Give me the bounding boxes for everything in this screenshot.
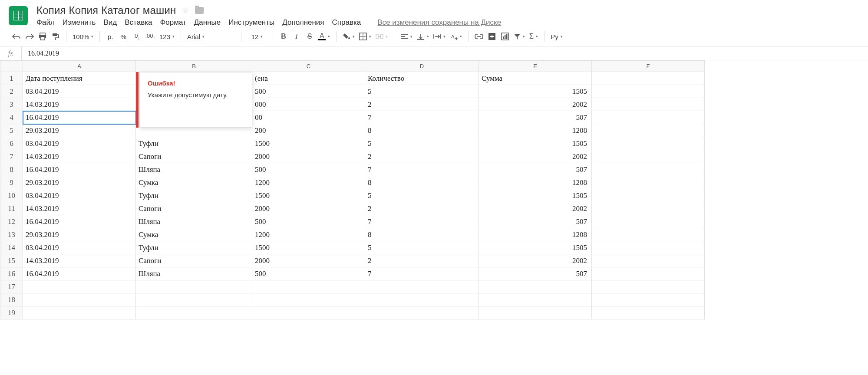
functions-dropdown[interactable]: Σ xyxy=(529,31,538,42)
vertical-align-dropdown[interactable] xyxy=(417,31,429,42)
cell[interactable]: 8 xyxy=(365,228,479,241)
cell[interactable]: Туфли xyxy=(136,189,252,202)
cell[interactable] xyxy=(365,280,479,293)
filter-dropdown[interactable] xyxy=(514,31,525,42)
cell[interactable]: 16.04.2019 xyxy=(23,215,136,228)
cell[interactable]: Шляпа xyxy=(136,267,252,280)
cell[interactable]: Сапоги xyxy=(136,254,252,267)
text-wrap-dropdown[interactable] xyxy=(433,31,446,42)
cell[interactable]: 5 xyxy=(365,137,479,150)
cell[interactable] xyxy=(592,254,705,267)
row-header[interactable]: 13 xyxy=(0,228,23,241)
cell[interactable]: Сумма xyxy=(479,72,592,85)
col-header-B[interactable]: B xyxy=(136,61,252,72)
cell[interactable] xyxy=(592,280,705,293)
cell[interactable]: 507 xyxy=(479,215,592,228)
cell[interactable] xyxy=(479,280,592,293)
cell[interactable]: 2002 xyxy=(479,254,592,267)
cell[interactable]: 16.04.2019 xyxy=(23,111,136,124)
cell[interactable]: Сумка xyxy=(136,176,252,189)
cell[interactable]: 500 xyxy=(252,163,365,176)
cell[interactable]: 7 xyxy=(365,215,479,228)
cell[interactable] xyxy=(23,293,136,306)
cell[interactable] xyxy=(136,280,252,293)
cell[interactable]: 8 xyxy=(365,124,479,137)
row-header[interactable]: 14 xyxy=(0,241,23,254)
cell[interactable]: 2 xyxy=(365,202,479,215)
cell[interactable]: (ена xyxy=(252,72,365,85)
cell[interactable]: 507 xyxy=(479,111,592,124)
cell[interactable] xyxy=(592,124,705,137)
menu-file[interactable]: Файл xyxy=(36,18,55,27)
row-header[interactable]: 17 xyxy=(0,280,23,293)
row-header[interactable]: 15 xyxy=(0,254,23,267)
cell[interactable] xyxy=(23,306,136,319)
cell[interactable]: 7 xyxy=(365,267,479,280)
cell[interactable] xyxy=(592,111,705,124)
cell[interactable]: Туфли xyxy=(136,137,252,150)
strikethrough-button[interactable]: S xyxy=(305,31,314,42)
merge-cells-dropdown[interactable] xyxy=(376,31,388,42)
cell[interactable] xyxy=(136,293,252,306)
cell[interactable]: 1505 xyxy=(479,189,592,202)
cell[interactable]: Количество xyxy=(365,72,479,85)
zoom-dropdown[interactable]: 100% xyxy=(73,31,93,42)
cell[interactable] xyxy=(592,150,705,163)
star-icon[interactable]: ☆ xyxy=(182,6,189,15)
cell[interactable]: Сапоги xyxy=(136,150,252,163)
cell[interactable] xyxy=(592,293,705,306)
formula-input[interactable]: 16.04.2019 xyxy=(22,49,59,57)
cell[interactable]: 1200 xyxy=(252,176,365,189)
cell[interactable]: 2 xyxy=(365,150,479,163)
cell[interactable] xyxy=(479,306,592,319)
col-header-F[interactable]: F xyxy=(592,61,705,72)
cell[interactable]: 03.04.2019 xyxy=(23,137,136,150)
font-size-dropdown[interactable]: 12 xyxy=(248,31,267,42)
cell[interactable] xyxy=(252,280,365,293)
cell[interactable] xyxy=(592,228,705,241)
row-header[interactable]: 7 xyxy=(0,150,23,163)
row-header[interactable]: 12 xyxy=(0,215,23,228)
cell[interactable]: 1500 xyxy=(252,241,365,254)
col-header-D[interactable]: D xyxy=(365,61,479,72)
cell[interactable]: 16.04.2019 xyxy=(23,163,136,176)
fill-color-dropdown[interactable] xyxy=(343,31,355,42)
doc-title[interactable]: Копия Копия Каталог машин xyxy=(36,4,176,16)
menu-help[interactable]: Справка xyxy=(332,18,361,27)
decrease-decimals-icon[interactable]: .0↓ xyxy=(132,31,141,42)
row-header[interactable]: 19 xyxy=(0,306,23,319)
cell[interactable]: 000 xyxy=(252,98,365,111)
bold-button[interactable]: B xyxy=(279,31,288,42)
col-header-C[interactable]: C xyxy=(252,61,365,72)
italic-button[interactable]: I xyxy=(292,31,301,42)
cell[interactable]: 1208 xyxy=(479,228,592,241)
save-status[interactable]: Все изменения сохранены на Диске xyxy=(377,18,501,27)
borders-dropdown[interactable] xyxy=(359,31,371,42)
redo-icon[interactable] xyxy=(25,31,34,42)
row-header[interactable]: 8 xyxy=(0,163,23,176)
cell[interactable]: 1505 xyxy=(479,85,592,98)
cell[interactable]: 2002 xyxy=(479,98,592,111)
input-language-dropdown[interactable]: Ру xyxy=(551,31,563,42)
row-header[interactable]: 1 xyxy=(0,72,23,85)
row-header[interactable]: 4 xyxy=(0,111,23,124)
cell[interactable]: 14.03.2019 xyxy=(23,98,136,111)
cell[interactable]: 2002 xyxy=(479,150,592,163)
increase-decimals-icon[interactable]: .00↑ xyxy=(145,31,155,42)
cell[interactable]: 03.04.2019 xyxy=(23,85,136,98)
font-family-dropdown[interactable]: Arial xyxy=(187,31,235,42)
menu-insert[interactable]: Вставка xyxy=(125,18,152,27)
folder-icon[interactable] xyxy=(195,7,204,14)
cell[interactable]: 2 xyxy=(365,98,479,111)
cell[interactable]: Туфли xyxy=(136,241,252,254)
sheets-logo[interactable] xyxy=(9,6,28,25)
cell[interactable]: 500 xyxy=(252,85,365,98)
row-header[interactable]: 9 xyxy=(0,176,23,189)
text-rotation-dropdown[interactable]: A xyxy=(450,31,462,42)
cell[interactable]: 29.03.2019 xyxy=(23,228,136,241)
cell[interactable]: 1505 xyxy=(479,241,592,254)
cell[interactable]: Сумка xyxy=(136,228,252,241)
cell[interactable]: 5 xyxy=(365,241,479,254)
cell[interactable] xyxy=(479,293,592,306)
row-header[interactable]: 11 xyxy=(0,202,23,215)
